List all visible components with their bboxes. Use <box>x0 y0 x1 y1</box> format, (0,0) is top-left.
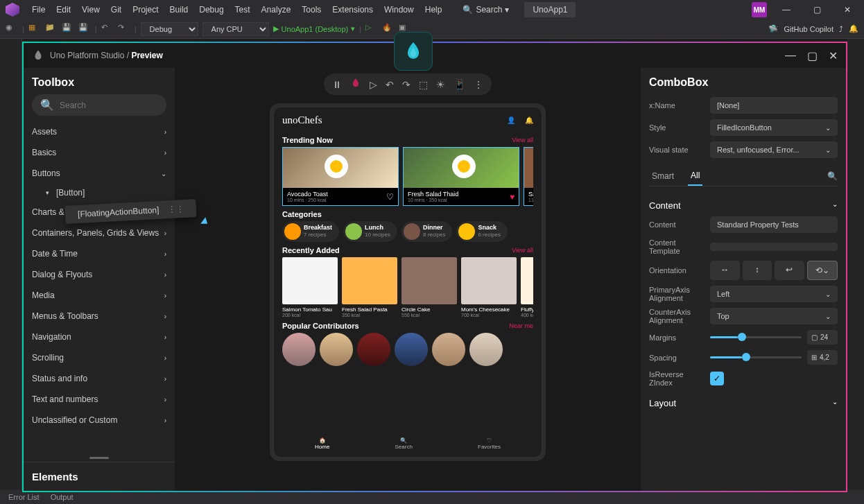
menu-debug[interactable]: Debug <box>193 2 229 17</box>
tab-output[interactable]: Output <box>51 493 74 501</box>
toolbox-item[interactable]: Status and info› <box>24 368 175 389</box>
toolbox-subitem[interactable]: [Button] <box>24 184 175 202</box>
section-content[interactable]: Content⌄ <box>649 195 838 216</box>
orient-vertical[interactable]: ↕ <box>743 261 772 280</box>
toolbox-item[interactable]: Unclassified or Custom› <box>24 410 175 431</box>
undo-icon[interactable]: ↶ <box>386 79 394 90</box>
copilot-label[interactable]: GitHub Copilot <box>784 25 833 33</box>
recipe-card[interactable]: Circle Cake550 kcal <box>401 257 457 318</box>
toolbox-item[interactable]: Text and numbers› <box>24 389 175 410</box>
vs-search[interactable]: 🔍 Search ▾ <box>463 5 509 15</box>
toolbox-search[interactable]: 🔍 <box>32 94 166 116</box>
more-icon[interactable]: ⋮ <box>474 79 483 90</box>
menu-build[interactable]: Build <box>164 2 194 17</box>
select-icon[interactable]: ⬚ <box>419 79 428 90</box>
content-template-input[interactable] <box>710 243 838 251</box>
hot-reload-icon[interactable]: 🔥 <box>382 23 395 35</box>
toolbox-item[interactable]: Dialog & Flyouts› <box>24 264 175 285</box>
recipe-card[interactable]: Salmon Tomato Sau200 kcal <box>282 257 338 318</box>
primaryaxis-dropdown[interactable]: Left⌄ <box>710 286 838 302</box>
avatar[interactable] <box>320 333 353 366</box>
toolbox-item[interactable]: Menus & Toolbars› <box>24 306 175 327</box>
menu-project[interactable]: Project <box>127 2 164 17</box>
view-all-link[interactable]: View all <box>512 247 533 254</box>
orient-wrap[interactable]: ↩ <box>775 261 804 280</box>
menu-extensions[interactable]: Extensions <box>327 2 379 17</box>
maximize-icon[interactable]: ▢ <box>806 1 828 18</box>
menu-window[interactable]: Window <box>379 2 420 17</box>
open-icon[interactable]: 📁 <box>45 23 58 35</box>
right-panel-collapsed[interactable] <box>847 39 864 490</box>
menu-git[interactable]: Git <box>105 2 127 17</box>
search-icon[interactable]: 🔍 <box>827 171 838 181</box>
minimize-icon[interactable]: — <box>775 1 797 18</box>
spacing-slider[interactable] <box>710 356 802 358</box>
margins-slider[interactable] <box>710 336 802 338</box>
toolbox-item[interactable]: Date & Time› <box>24 243 175 264</box>
view-all-link[interactable]: View all <box>512 137 533 144</box>
undo-icon[interactable]: ↶ <box>101 23 114 35</box>
platform-dropdown[interactable]: Any CPU <box>202 22 269 36</box>
search-input[interactable] <box>60 101 164 110</box>
reverse-zindex-checkbox[interactable]: ✓ <box>710 372 724 385</box>
pause-icon[interactable]: ⏸ <box>332 79 342 90</box>
redo-icon[interactable]: ↷ <box>118 23 130 35</box>
solution-explorer-collapsed[interactable] <box>0 39 22 490</box>
close-icon[interactable]: ✕ <box>836 1 858 18</box>
close-icon[interactable]: ✕ <box>829 49 838 62</box>
menu-help[interactable]: Help <box>420 2 448 17</box>
tab-smart[interactable]: Smart <box>649 167 677 185</box>
avatar[interactable] <box>357 333 390 366</box>
user-icon[interactable]: 👤 <box>507 116 515 124</box>
nav-back-icon[interactable]: ◉ <box>6 23 18 35</box>
minimize-icon[interactable]: — <box>785 49 796 62</box>
avatar[interactable] <box>432 333 465 366</box>
menu-edit[interactable]: Edit <box>51 2 76 17</box>
redo-icon[interactable]: ↷ <box>402 79 411 90</box>
menu-tools[interactable]: Tools <box>296 2 327 17</box>
run-noattach-icon[interactable]: ▷ <box>365 23 378 35</box>
title-tab[interactable]: UnoApp1 <box>524 2 576 17</box>
user-badge[interactable]: MM <box>752 2 767 17</box>
save-all-icon[interactable]: 💾 <box>78 23 91 35</box>
menu-view[interactable]: View <box>76 2 105 17</box>
responsive-icon[interactable]: 📱 <box>453 79 465 90</box>
toolbox-item[interactable]: Containers, Panels, Grids & Views› <box>24 223 175 243</box>
toolbox-item[interactable]: Buttons⌄ <box>24 163 175 184</box>
avatar[interactable] <box>469 333 503 366</box>
orient-horizontal[interactable]: ↔ <box>710 261 740 280</box>
content-input[interactable]: Standard Property Tests <box>710 216 838 233</box>
recipe-card[interactable]: Mom's Cheesecake700 kcal <box>461 257 517 318</box>
toolbox-item[interactable]: Scrolling› <box>24 347 175 368</box>
resize-grip[interactable] <box>89 457 109 459</box>
near-me-link[interactable]: Near me <box>509 322 533 329</box>
food-card[interactable]: Fresh Salad Thaid10 mins · 350 kcal♥ <box>403 147 519 206</box>
run-button[interactable]: ▶ UnoApp1 (Desktop) ▾ <box>273 24 356 33</box>
toolbox-item[interactable]: Assets› <box>24 121 175 142</box>
counteraxis-dropdown[interactable]: Top⌄ <box>710 308 838 324</box>
new-icon[interactable]: ▦ <box>28 23 41 35</box>
food-card[interactable]: Avocado Toast10 mins · 250 kcal♡ <box>282 147 399 206</box>
bell-icon[interactable]: 🔔 <box>849 24 858 33</box>
maximize-icon[interactable]: ▢ <box>807 49 818 62</box>
nav-search[interactable]: 🔍Search <box>395 437 413 450</box>
vstate-dropdown[interactable]: Rest, unfocused, Error...⌄ <box>710 141 838 158</box>
recipe-card[interactable]: Fresh Salad Pasta350 kcal <box>342 257 397 318</box>
tab-errorlist[interactable]: Error List <box>8 493 40 501</box>
tab-all[interactable]: All <box>688 166 702 186</box>
toolbox-item[interactable]: Media› <box>24 285 175 306</box>
avatar[interactable] <box>395 333 428 366</box>
margins-value[interactable]: ▢ 24 <box>807 330 838 345</box>
config-dropdown[interactable]: Debug <box>141 22 198 36</box>
play-icon[interactable]: ▷ <box>370 79 377 90</box>
orient-auto[interactable]: ⟲⌄ <box>807 261 838 280</box>
category-item[interactable]: Breakfast7 recipes <box>282 221 339 242</box>
toolbox-item[interactable]: Navigation› <box>24 327 175 347</box>
heart-icon[interactable]: ♥ <box>510 192 515 202</box>
share-icon[interactable]: ⤴ <box>839 25 843 33</box>
bell-icon[interactable]: 🔔 <box>525 116 533 124</box>
menu-file[interactable]: File <box>26 2 51 17</box>
xname-input[interactable]: [None] <box>710 97 838 114</box>
avatar[interactable] <box>282 333 316 366</box>
copilot-icon[interactable]: 🛸 <box>768 24 778 33</box>
